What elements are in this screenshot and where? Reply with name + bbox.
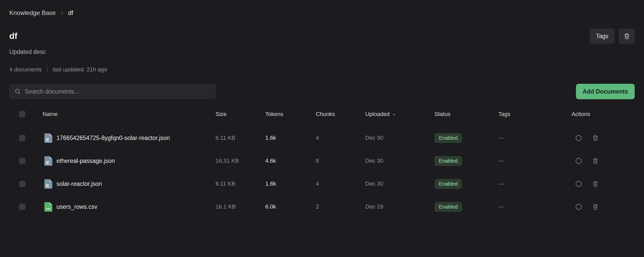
search-box[interactable] bbox=[9, 84, 216, 99]
circle-icon bbox=[575, 180, 582, 187]
document-chunks: 4 bbox=[316, 135, 365, 141]
row-checkbox[interactable] bbox=[19, 181, 26, 187]
document-tags: — bbox=[498, 135, 572, 141]
column-header-actions: Actions bbox=[572, 111, 635, 118]
uploaded-header-label: Uploaded bbox=[365, 111, 390, 118]
table-body: 1766542654725-8ygfqn0-solar-reactor.json… bbox=[9, 127, 635, 218]
title-row: df Tags bbox=[9, 28, 635, 44]
document-tags: — bbox=[498, 180, 572, 187]
column-header-uploaded[interactable]: Uploaded bbox=[365, 111, 434, 118]
toggle-status-button[interactable] bbox=[575, 135, 582, 142]
file-json-icon bbox=[44, 133, 52, 143]
tags-button[interactable]: Tags bbox=[590, 28, 615, 44]
document-tokens: 4.6k bbox=[265, 157, 316, 164]
circle-icon bbox=[575, 157, 582, 164]
delete-document-button[interactable] bbox=[592, 180, 599, 187]
delete-document-button[interactable] bbox=[592, 203, 599, 210]
status-badge: Enabled bbox=[434, 156, 462, 166]
circle-icon bbox=[575, 135, 582, 142]
column-header-tokens: Tokens bbox=[265, 111, 316, 118]
document-row: 1766542654725-8ygfqn0-solar-reactor.json… bbox=[9, 127, 635, 150]
chevron-right-icon bbox=[59, 10, 64, 15]
column-header-name: Name bbox=[43, 111, 216, 118]
toggle-status-button[interactable] bbox=[575, 180, 582, 187]
last-updated: last updated: 21h ago bbox=[53, 66, 107, 73]
circle-icon bbox=[575, 203, 582, 210]
breadcrumb: Knowledge Base df bbox=[9, 9, 635, 17]
table-header: Name Size Tokens Chunks Uploaded Status … bbox=[9, 102, 635, 127]
document-uploaded: Dec 30 bbox=[365, 180, 434, 187]
document-row: csv users_rows.csv 16.1 KB 6.0k 2 Dec 29… bbox=[9, 195, 635, 218]
document-size: 16.31 KB bbox=[216, 157, 265, 164]
trash-icon bbox=[592, 135, 599, 142]
file-csv-icon: csv bbox=[44, 202, 52, 212]
toggle-status-button[interactable] bbox=[575, 157, 582, 164]
file-json-icon bbox=[44, 156, 52, 166]
title-actions: Tags bbox=[590, 28, 635, 44]
document-name[interactable]: ethereal-passage.json bbox=[56, 157, 115, 164]
document-tokens: 1.6k bbox=[265, 135, 316, 141]
search-icon bbox=[14, 88, 21, 95]
toolbar: Add Documents bbox=[9, 84, 635, 99]
delete-document-button[interactable] bbox=[592, 157, 599, 164]
document-chunks: 8 bbox=[316, 157, 365, 164]
document-size: 16.1 KB bbox=[216, 203, 265, 210]
document-uploaded: Dec 30 bbox=[365, 157, 434, 164]
trash-icon bbox=[623, 33, 630, 40]
document-tags: — bbox=[498, 203, 572, 210]
row-checkbox[interactable] bbox=[19, 204, 26, 210]
kb-description: Updated desc bbox=[9, 48, 635, 55]
document-name[interactable]: solar-reactor.json bbox=[56, 180, 102, 187]
column-header-status: Status bbox=[434, 111, 498, 118]
row-checkbox[interactable] bbox=[19, 158, 26, 164]
knowledge-base-page: Knowledge Base df df Tags Updated desc 4… bbox=[0, 0, 644, 218]
file-json-icon bbox=[44, 179, 52, 189]
meta-divider bbox=[47, 66, 47, 73]
column-header-size: Size bbox=[216, 111, 265, 118]
document-chunks: 4 bbox=[316, 180, 365, 187]
document-tokens: 1.6k bbox=[265, 180, 316, 187]
document-tokens: 6.0k bbox=[265, 203, 316, 210]
row-checkbox[interactable] bbox=[19, 135, 26, 141]
delete-knowledge-base-button[interactable] bbox=[619, 28, 635, 44]
status-badge: Enabled bbox=[434, 202, 462, 212]
document-size: 6.11 KB bbox=[216, 135, 265, 141]
chevron-down-icon bbox=[392, 112, 396, 117]
document-row: solar-reactor.json 6.11 KB 1.6k 4 Dec 30… bbox=[9, 172, 635, 195]
breadcrumb-knowledge-base-link[interactable]: Knowledge Base bbox=[9, 9, 56, 16]
document-row: ethereal-passage.json 16.31 KB 4.6k 8 De… bbox=[9, 150, 635, 172]
status-badge: Enabled bbox=[434, 133, 462, 143]
trash-icon bbox=[592, 203, 599, 210]
svg-text:csv: csv bbox=[46, 207, 51, 210]
delete-document-button[interactable] bbox=[592, 135, 599, 142]
breadcrumb-current: df bbox=[68, 9, 73, 16]
kb-meta: 4 documents last updated: 21h ago bbox=[9, 66, 635, 73]
trash-icon bbox=[592, 180, 599, 187]
add-documents-button[interactable]: Add Documents bbox=[576, 84, 635, 99]
select-all-checkbox[interactable] bbox=[19, 111, 26, 117]
document-name[interactable]: 1766542654725-8ygfqn0-solar-reactor.json bbox=[56, 135, 170, 142]
search-input[interactable] bbox=[25, 88, 211, 95]
document-uploaded: Dec 30 bbox=[365, 135, 434, 141]
doc-count: 4 documents bbox=[9, 66, 42, 73]
documents-table: Name Size Tokens Chunks Uploaded Status … bbox=[9, 102, 635, 218]
toggle-status-button[interactable] bbox=[575, 203, 582, 210]
document-size: 6.11 KB bbox=[216, 180, 265, 187]
document-uploaded: Dec 29 bbox=[365, 203, 434, 210]
column-header-chunks: Chunks bbox=[316, 111, 365, 118]
page-title: df bbox=[9, 31, 18, 41]
document-chunks: 2 bbox=[316, 203, 365, 210]
document-name[interactable]: users_rows.csv bbox=[56, 203, 97, 210]
trash-icon bbox=[592, 157, 599, 164]
status-badge: Enabled bbox=[434, 179, 462, 189]
document-tags: — bbox=[498, 157, 572, 164]
column-header-tags: Tags bbox=[498, 111, 572, 118]
